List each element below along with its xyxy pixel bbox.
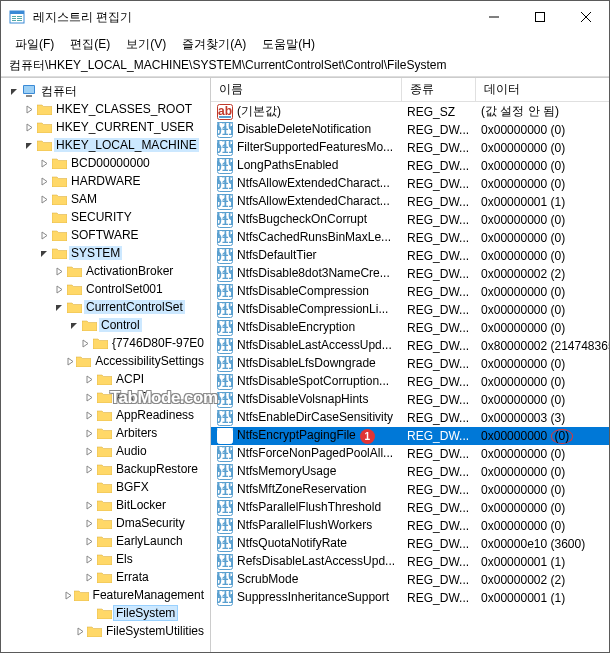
tree-item[interactable]: HARDWARE [1, 172, 210, 190]
collapse-icon[interactable] [7, 84, 21, 98]
tree-item[interactable]: Audio [1, 442, 210, 460]
tree-item[interactable]: ControlSet001 [1, 280, 210, 298]
tree-item[interactable]: FeatureManagement [1, 586, 210, 604]
tree-item[interactable]: AppReadiness [1, 406, 210, 424]
tree-item[interactable]: BackupRestore [1, 460, 210, 478]
collapse-icon[interactable] [67, 318, 81, 332]
expand-icon[interactable] [74, 624, 87, 638]
tree-item[interactable]: BitLocker [1, 496, 210, 514]
expand-icon[interactable] [52, 282, 66, 296]
expand-icon[interactable] [52, 264, 66, 278]
tree-item[interactable]: FileSystemUtilities [1, 622, 210, 640]
expand-icon[interactable] [22, 102, 36, 116]
tree-item[interactable]: BCD00000000 [1, 154, 210, 172]
value-row[interactable]: LongPathsEnabledREG_DW...0x00000000 (0) [211, 157, 609, 175]
expand-icon[interactable] [82, 462, 96, 476]
expand-icon[interactable] [37, 192, 51, 206]
values-panel[interactable]: 이름 종류 데이터 (기본값)REG_SZ(값 설정 안 됨)DisableDe… [211, 78, 609, 652]
value-row[interactable]: NtfsParallelFlushWorkersREG_DW...0x00000… [211, 517, 609, 535]
expand-icon[interactable] [63, 588, 74, 602]
collapse-icon[interactable] [37, 246, 51, 260]
value-row[interactable]: FilterSupportedFeaturesMo...REG_DW...0x0… [211, 139, 609, 157]
expand-icon[interactable] [82, 390, 96, 404]
tree-item[interactable]: CurrentControlSet [1, 298, 210, 316]
tree-item[interactable]: {7746D80F-97E0 [1, 334, 210, 352]
value-row[interactable]: NtfsBugcheckOnCorruptREG_DW...0x00000000… [211, 211, 609, 229]
expand-icon[interactable] [82, 444, 96, 458]
menu-favorites[interactable]: 즐겨찾기(A) [176, 34, 252, 55]
col-data[interactable]: 데이터 [475, 78, 609, 102]
col-type[interactable]: 종류 [401, 78, 475, 102]
tree-item[interactable]: EarlyLaunch [1, 532, 210, 550]
tree-item[interactable]: Control [1, 316, 210, 334]
expand-icon[interactable] [82, 534, 96, 548]
value-row[interactable]: NtfsDisableLastAccessUpd...REG_DW...0x80… [211, 337, 609, 355]
tree-item[interactable]: SAM [1, 190, 210, 208]
tree-item[interactable]: AccessibilitySettings [1, 352, 210, 370]
value-row[interactable]: NtfsDisableLfsDowngradeREG_DW...0x000000… [211, 355, 609, 373]
minimize-button[interactable] [471, 1, 517, 33]
expand-icon[interactable] [82, 570, 96, 584]
value-row[interactable]: NtfsParallelFlushThresholdREG_DW...0x000… [211, 499, 609, 517]
tree-item[interactable]: FileSystem [1, 604, 210, 622]
expand-icon[interactable] [82, 372, 96, 386]
value-row[interactable]: NtfsDisableSpotCorruption...REG_DW...0x0… [211, 373, 609, 391]
value-row[interactable]: DisableDeleteNotificationREG_DW...0x0000… [211, 121, 609, 139]
menu-edit[interactable]: 편집(E) [64, 34, 116, 55]
value-row[interactable]: NtfsEnableDirCaseSensitivityREG_DW...0x0… [211, 409, 609, 427]
expand-icon[interactable] [22, 120, 36, 134]
value-row[interactable]: NtfsQuotaNotifyRateREG_DW...0x00000e10 (… [211, 535, 609, 553]
menu-view[interactable]: 보기(V) [120, 34, 172, 55]
expand-icon[interactable] [37, 156, 51, 170]
value-row[interactable]: NtfsDefaultTierREG_DW...0x00000000 (0) [211, 247, 609, 265]
expand-icon[interactable] [82, 498, 96, 512]
value-row[interactable]: NtfsCachedRunsBinMaxLe...REG_DW...0x0000… [211, 229, 609, 247]
value-row[interactable]: NtfsDisableVolsnapHintsREG_DW...0x000000… [211, 391, 609, 409]
col-name[interactable]: 이름 [211, 78, 401, 102]
value-row[interactable]: (기본값)REG_SZ(값 설정 안 됨) [211, 102, 609, 122]
maximize-button[interactable] [517, 1, 563, 33]
tree-item[interactable]: Els [1, 550, 210, 568]
close-button[interactable] [563, 1, 609, 33]
tree-item[interactable]: HKEY_CLASSES_ROOT [1, 100, 210, 118]
expand-icon[interactable] [37, 228, 51, 242]
expand-icon[interactable] [79, 336, 92, 350]
expand-icon[interactable] [37, 174, 51, 188]
expand-icon[interactable] [82, 408, 96, 422]
expand-icon[interactable] [82, 426, 96, 440]
tree-item[interactable]: HKEY_CURRENT_USER [1, 118, 210, 136]
tree-item[interactable]: BGFX [1, 478, 210, 496]
tree-item[interactable]: AppID [1, 388, 210, 406]
tree-item[interactable]: ActivationBroker [1, 262, 210, 280]
menu-help[interactable]: 도움말(H) [256, 34, 321, 55]
collapse-icon[interactable] [52, 300, 66, 314]
value-row[interactable]: NtfsForceNonPagedPoolAll...REG_DW...0x00… [211, 445, 609, 463]
value-row[interactable]: NtfsDisable8dot3NameCre...REG_DW...0x000… [211, 265, 609, 283]
tree-item[interactable]: HKEY_LOCAL_MACHINE [1, 136, 210, 154]
value-row[interactable]: NtfsMftZoneReservationREG_DW...0x0000000… [211, 481, 609, 499]
tree-item[interactable]: Errata [1, 568, 210, 586]
value-row[interactable]: NtfsMemoryUsageREG_DW...0x00000000 (0) [211, 463, 609, 481]
expand-icon[interactable] [82, 552, 96, 566]
tree-item[interactable]: Arbiters [1, 424, 210, 442]
tree-item[interactable]: SYSTEM [1, 244, 210, 262]
value-row[interactable]: NtfsDisableEncryptionREG_DW...0x00000000… [211, 319, 609, 337]
tree-item[interactable]: SECURITY [1, 208, 210, 226]
address-bar[interactable]: 컴퓨터\HKEY_LOCAL_MACHINE\SYSTEM\CurrentCon… [1, 55, 609, 77]
tree-item[interactable]: 컴퓨터 [1, 82, 210, 100]
menu-file[interactable]: 파일(F) [9, 34, 60, 55]
tree-panel[interactable]: 컴퓨터HKEY_CLASSES_ROOTHKEY_CURRENT_USERHKE… [1, 78, 211, 652]
expand-icon[interactable] [65, 354, 76, 368]
value-row[interactable]: NtfsDisableCompressionLi...REG_DW...0x00… [211, 301, 609, 319]
value-row[interactable]: NtfsAllowExtendedCharact...REG_DW...0x00… [211, 175, 609, 193]
tree-item[interactable]: ACPI [1, 370, 210, 388]
tree-item[interactable]: DmaSecurity [1, 514, 210, 532]
value-row[interactable]: ScrubModeREG_DW...0x00000002 (2) [211, 571, 609, 589]
tree-item[interactable]: SOFTWARE [1, 226, 210, 244]
value-row[interactable]: SuppressInheritanceSupportREG_DW...0x000… [211, 589, 609, 607]
value-row[interactable]: RefsDisableLastAccessUpd...REG_DW...0x00… [211, 553, 609, 571]
value-row[interactable]: NtfsEncryptPagingFile1REG_DW...0x0000000… [211, 427, 609, 445]
value-row[interactable]: NtfsAllowExtendedCharact...REG_DW...0x00… [211, 193, 609, 211]
collapse-icon[interactable] [22, 138, 36, 152]
expand-icon[interactable] [82, 516, 96, 530]
